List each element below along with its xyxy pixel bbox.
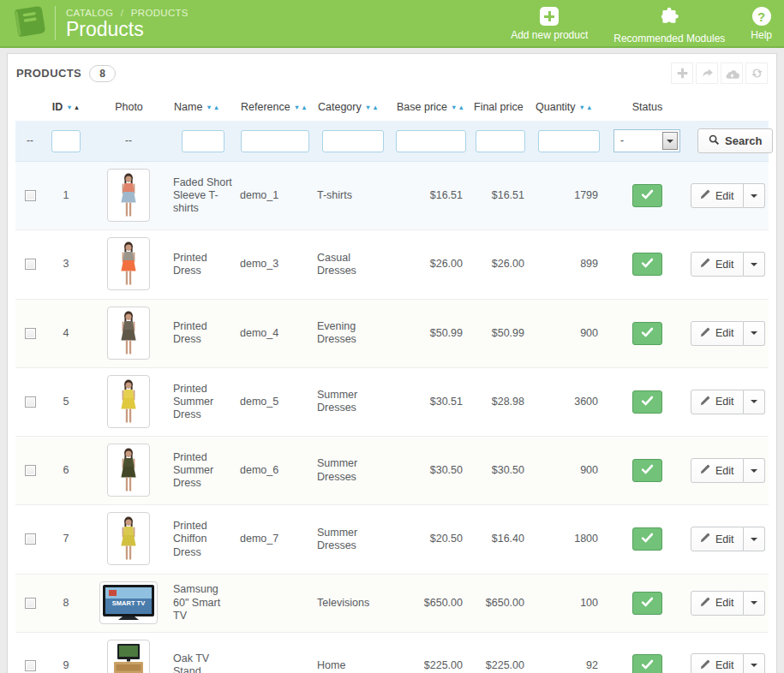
cell-name: Printed Dress [170, 299, 236, 367]
cell-category: Evening Dresses [314, 299, 392, 367]
column-header-final_price: Final price [470, 91, 531, 121]
edit-dropdown-button[interactable] [744, 458, 765, 483]
filter-reference-input[interactable] [241, 130, 309, 152]
filter-quantity-input[interactable] [538, 130, 600, 152]
product-photo[interactable] [107, 512, 150, 565]
edit-button[interactable]: Edit [691, 591, 744, 616]
sort-arrows-id[interactable]: ▼▲ [66, 104, 81, 111]
row-checkbox[interactable] [25, 259, 36, 270]
cell-id: 6 [45, 437, 87, 505]
check-icon [641, 327, 654, 340]
cell-reference: demo_5 [236, 367, 314, 436]
table-row[interactable]: 6 Printed Summer Dress demo_6 Summer Dre… [15, 437, 769, 505]
cell-id: 8 [45, 574, 87, 632]
edit-dropdown-button[interactable] [744, 252, 765, 277]
row-checkbox[interactable] [25, 465, 36, 476]
table-row[interactable]: 3 Printed Dress demo_3 Casual Dresses $2… [15, 230, 769, 299]
sort-arrows-name[interactable]: ▼▲ [206, 104, 220, 111]
edit-dropdown-button[interactable] [744, 527, 765, 551]
sort-arrows-reference[interactable]: ▼▲ [294, 104, 308, 111]
status-enabled-button[interactable] [632, 390, 662, 414]
row-checkbox[interactable] [25, 328, 36, 339]
breadcrumb-catalog[interactable]: CATALOG [66, 8, 113, 18]
status-enabled-button[interactable] [632, 253, 662, 276]
catalog-book-icon [10, 2, 50, 45]
filter-name-input[interactable] [182, 130, 224, 152]
column-header-base_price[interactable]: Base price▼▲ [392, 91, 470, 121]
pencil-icon [700, 464, 710, 477]
status-enabled-button[interactable] [632, 654, 662, 673]
filter-status-select[interactable]: - [613, 129, 680, 152]
column-header-quantity[interactable]: Quantity▼▲ [531, 91, 607, 121]
edit-dropdown-button[interactable] [744, 183, 765, 208]
product-photo[interactable]: SMART TV [99, 581, 158, 624]
product-photo[interactable] [107, 307, 150, 360]
column-header-id[interactable]: ID▼▲ [45, 91, 87, 121]
column-header-name[interactable]: Name▼▲ [170, 91, 236, 121]
cell-id: 3 [45, 230, 87, 299]
product-photo[interactable] [107, 444, 150, 497]
edit-button[interactable]: Edit [691, 458, 744, 483]
product-photo[interactable] [107, 375, 150, 428]
edit-button[interactable]: Edit [691, 183, 744, 208]
cell-name: Printed Chiffon Dress [170, 505, 236, 574]
edit-button[interactable]: Edit [691, 527, 744, 551]
status-enabled-button[interactable] [632, 184, 662, 207]
product-photo[interactable] [107, 169, 150, 222]
status-enabled-button[interactable] [632, 527, 662, 551]
panel-refresh-icon[interactable] [745, 63, 768, 84]
edit-button[interactable]: Edit [691, 390, 744, 414]
pencil-icon [700, 258, 710, 271]
filter-final-price-input[interactable] [476, 130, 525, 152]
panel-import-icon[interactable] [721, 63, 743, 84]
add-new-product-button[interactable]: Add new product [511, 7, 588, 41]
edit-button[interactable]: Edit [691, 252, 744, 277]
table-row[interactable]: 4 Printed Dress demo_4 Evening Dresses $… [15, 299, 769, 367]
edit-dropdown-button[interactable] [744, 591, 765, 616]
breadcrumb-products[interactable]: PRODUCTS [131, 8, 189, 18]
row-checkbox[interactable] [25, 396, 36, 408]
edit-dropdown-button[interactable] [744, 390, 765, 414]
check-icon [641, 258, 654, 271]
cell-final-price: $50.99 [470, 299, 531, 367]
page-header: CATALOG / PRODUCTS Products Add new prod… [0, 0, 784, 48]
row-checkbox[interactable] [25, 533, 36, 545]
edit-dropdown-button[interactable] [744, 321, 765, 346]
row-checkbox[interactable] [25, 598, 36, 609]
table-row[interactable]: 5 Printed Summer Dress demo_5 Summer Dre… [15, 367, 769, 436]
edit-button[interactable]: Edit [691, 321, 744, 346]
table-row[interactable]: 7 Printed Chiffon Dress demo_7 Summer Dr… [15, 505, 769, 574]
search-button[interactable]: Search [697, 128, 773, 153]
row-checkbox[interactable] [25, 660, 36, 671]
status-enabled-button[interactable] [632, 459, 662, 482]
table-body: 1 Faded Short Sleeve T-shirts demo_1 T-s… [15, 162, 769, 673]
status-enabled-button[interactable] [632, 592, 662, 615]
column-header-reference[interactable]: Reference▼▲ [236, 91, 314, 121]
filter-base-price-input[interactable] [396, 130, 466, 152]
edit-button-label: Edit [715, 259, 734, 271]
sort-arrows-base_price[interactable]: ▼▲ [451, 104, 465, 111]
filter-category-input[interactable] [322, 130, 384, 152]
product-photo[interactable] [107, 237, 150, 290]
cell-final-price: $16.40 [470, 505, 531, 574]
edit-dropdown-button[interactable] [744, 653, 765, 673]
table-row[interactable]: 1 Faded Short Sleeve T-shirts demo_1 T-s… [15, 162, 769, 230]
sort-arrows-category[interactable]: ▼▲ [365, 104, 380, 111]
row-checkbox[interactable] [25, 190, 36, 201]
table-row[interactable]: 9 Oak TV Stand Home $225.00 $225.00 92 E… [15, 632, 769, 673]
table-row[interactable]: 8 SMART TV Samsung 60" Smart TV Televisi… [15, 574, 769, 632]
edit-button-label: Edit [715, 533, 734, 545]
column-header-category[interactable]: Category▼▲ [314, 91, 392, 121]
cell-category: Televisions [314, 574, 392, 632]
edit-button[interactable]: Edit [691, 653, 744, 673]
panel-export-icon[interactable] [696, 63, 718, 84]
cell-base-price: $225.00 [392, 632, 470, 673]
column-header-status: Status [607, 91, 687, 121]
sort-arrows-quantity[interactable]: ▼▲ [579, 104, 594, 111]
filter-id-input[interactable] [51, 130, 81, 152]
status-enabled-button[interactable] [632, 322, 662, 345]
recommended-modules-button[interactable]: Recommended Modules [613, 7, 725, 45]
help-button[interactable]: ? Help [751, 7, 772, 41]
panel-add-icon[interactable] [671, 63, 693, 84]
product-photo[interactable] [107, 640, 150, 673]
